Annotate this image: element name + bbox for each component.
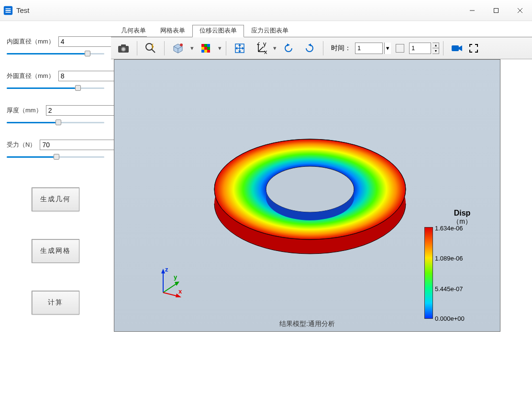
tab-displacement[interactable]: 位移云图表单 (192, 25, 244, 37)
rotate-ccw-icon[interactable] (300, 40, 319, 57)
compute-button[interactable]: 计算 (32, 291, 79, 315)
result-caption: 结果模型:通用分析 (114, 320, 500, 328)
axes-dropdown[interactable]: ▾ (272, 40, 277, 57)
tab-stress[interactable]: 应力云图表单 (244, 25, 296, 37)
thickness-slider[interactable] (7, 119, 104, 125)
outer-dia-label: 外圆直径（mm） (7, 72, 55, 80)
svg-rect-14 (207, 44, 210, 47)
svg-text:x: x (178, 288, 182, 295)
svg-text:y: y (263, 42, 266, 47)
svg-text:z: z (257, 42, 260, 46)
cube-blue-dropdown[interactable]: ▾ (189, 40, 194, 57)
colorbar-legend: Disp （m） (436, 209, 488, 226)
window-title: Test (16, 6, 30, 14)
svg-rect-20 (207, 50, 210, 53)
svg-text:x: x (264, 48, 267, 54)
force-slider[interactable] (7, 153, 104, 160)
zoom-flash-icon[interactable] (141, 40, 160, 57)
rotate-cw-icon[interactable] (279, 40, 298, 57)
svg-rect-16 (204, 47, 207, 50)
svg-text:y: y (174, 273, 177, 281)
cube-blue-icon[interactable] (168, 40, 188, 57)
svg-line-24 (258, 47, 263, 52)
colorbar-tick: 1.089e-06 (435, 255, 463, 262)
svg-rect-12 (201, 44, 204, 47)
svg-point-9 (146, 43, 153, 50)
svg-rect-19 (204, 50, 207, 53)
colorbar: 1.634e-06 1.089e-06 5.445e-07 0.000e+00 (424, 227, 466, 319)
rubik-dropdown[interactable]: ▾ (217, 40, 222, 57)
svg-rect-28 (452, 45, 459, 51)
rubik-cube-icon[interactable] (196, 40, 215, 57)
svg-rect-13 (204, 44, 207, 47)
inner-dia-label: 内圆直径（mm） (7, 37, 55, 46)
svg-line-35 (163, 283, 177, 293)
outer-dia-slider[interactable] (7, 84, 104, 91)
svg-rect-18 (201, 50, 204, 53)
axes-zyx-icon[interactable]: zyx (251, 40, 270, 57)
svg-point-11 (180, 43, 183, 46)
spin-arrows[interactable]: ▴▾ (432, 43, 439, 54)
axis-triad: z y x (154, 266, 188, 302)
svg-rect-15 (201, 47, 204, 50)
svg-rect-6 (121, 44, 126, 46)
thickness-label: 厚度（mm） (7, 106, 42, 115)
svg-point-8 (122, 48, 125, 51)
close-button[interactable] (508, 0, 532, 21)
generate-mesh-button[interactable]: 生成网格 (32, 239, 79, 263)
legend-title: Disp (436, 209, 488, 217)
time-dropdown[interactable]: ▾ (384, 43, 391, 54)
video-camera-icon[interactable] (447, 40, 466, 57)
time-label: 时间： (331, 44, 351, 53)
aux-box-icon[interactable] (396, 44, 404, 53)
svg-point-31 (266, 166, 354, 212)
generate-geometry-button[interactable]: 生成几何 (32, 187, 79, 211)
inner-dia-slider[interactable] (7, 50, 104, 56)
svg-rect-17 (207, 47, 210, 50)
viewport-3d[interactable]: z y x Disp （m） 1.634e-06 1.089e-06 (114, 59, 500, 332)
colorbar-tick: 1.634e-06 (435, 225, 463, 232)
spin-value-box[interactable]: 1 (409, 43, 431, 54)
app-icon (3, 5, 13, 16)
colorbar-tick: 5.445e-07 (435, 285, 463, 293)
svg-rect-2 (494, 8, 499, 12)
time-value-box[interactable]: 1 (355, 43, 383, 54)
tab-mesh[interactable]: 网格表单 (153, 25, 192, 37)
camera-icon[interactable] (114, 40, 133, 57)
result-model (207, 134, 413, 265)
svg-text:z: z (165, 266, 168, 273)
maximize-button[interactable] (484, 0, 508, 21)
expand-corners-icon[interactable] (468, 40, 479, 57)
tab-geometry[interactable]: 几何表单 (114, 25, 153, 37)
svg-line-10 (152, 49, 155, 53)
move-arrows-icon[interactable] (230, 40, 249, 57)
force-label: 受力（N） (7, 141, 36, 149)
minimize-button[interactable] (460, 0, 484, 21)
